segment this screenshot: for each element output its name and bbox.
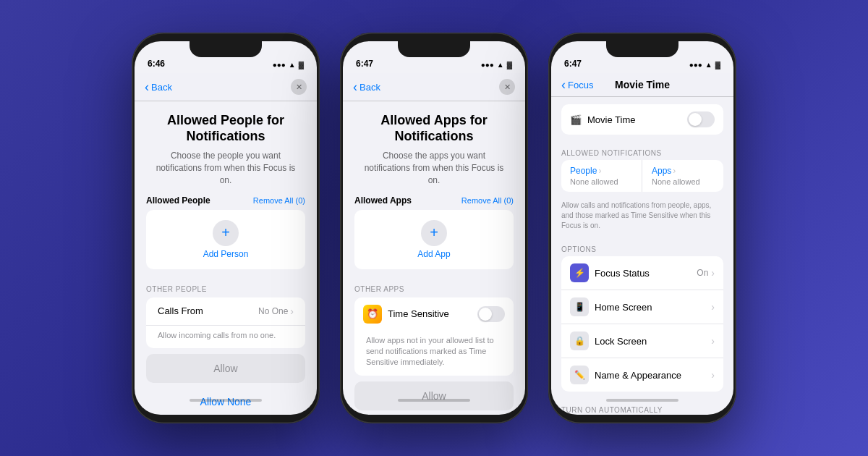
focus-status-label: Focus Status xyxy=(595,268,650,279)
movie-time-left: 🎬 Movie Time xyxy=(570,114,635,125)
status-icons-2: ●●● ▲ ▓ xyxy=(481,61,512,69)
signal-icon: ●●● xyxy=(273,61,286,69)
allow-button-2[interactable]: Allow xyxy=(354,381,514,410)
notch-3 xyxy=(606,41,678,57)
phones-container: 6:46 ●●● ▲ ▓ Back ✕ Allowed People for N… xyxy=(132,33,736,423)
name-appearance-icon: ✏️ xyxy=(570,366,589,384)
calls-from-label: Calls From xyxy=(158,305,203,316)
allowed-notif-desc: Allow calls and notifications from peopl… xyxy=(551,198,733,237)
focus-status-icon: ⚡ xyxy=(570,263,589,282)
home-screen-right: › xyxy=(711,301,715,313)
settings-title: Movie Time xyxy=(615,79,670,90)
calls-from-card: Calls From No One › Allow incoming calls… xyxy=(146,297,305,348)
chevron-home: › xyxy=(711,301,715,313)
home-indicator-2 xyxy=(398,399,470,402)
focus-status-right: On › xyxy=(697,267,715,279)
chevron-lock: › xyxy=(711,335,715,347)
add-app-label: Add App xyxy=(417,249,450,259)
time-sensitive-row: ⏰ Time Sensitive xyxy=(354,297,514,331)
movie-time-toggle[interactable] xyxy=(687,111,715,127)
content-2: Allowed Apps for Notifications Choose th… xyxy=(343,101,525,415)
calls-from-row[interactable]: Calls From No One › xyxy=(146,297,305,326)
name-appearance-label: Name & Appearance xyxy=(595,370,681,381)
home-indicator-1 xyxy=(190,399,262,402)
remove-all-btn-2[interactable]: Remove All (0) xyxy=(461,196,514,205)
settings-title-bar: Focus Movie Time xyxy=(551,73,733,97)
allowed-apps-label: Allowed Apps xyxy=(354,195,412,206)
time-sensitive-toggle[interactable] xyxy=(477,306,505,322)
lock-screen-right: › xyxy=(711,335,715,347)
allowed-notif-group: People › None allowed Apps › None allowe… xyxy=(561,160,723,192)
lock-screen-item[interactable]: 🔒 Lock Screen › xyxy=(561,324,723,358)
chevron-people: › xyxy=(598,166,601,176)
time-1: 6:46 xyxy=(148,59,165,69)
name-appearance-right: › xyxy=(711,369,715,381)
add-app-card[interactable]: + Add App xyxy=(354,210,514,269)
add-app-icon: + xyxy=(421,220,447,246)
people-col-value: None allowed xyxy=(570,177,633,186)
lock-screen-label: Lock Screen xyxy=(595,336,647,347)
home-indicator-3 xyxy=(606,399,678,402)
wifi-icon-3: ▲ xyxy=(705,61,712,69)
movie-time-row: 🎬 Movie Time xyxy=(561,104,723,135)
allowed-notif-row: People › None allowed Apps › None allowe… xyxy=(561,160,723,192)
battery-icon-3: ▓ xyxy=(715,61,720,69)
back-button-2[interactable]: Back xyxy=(353,80,380,93)
add-person-card[interactable]: + Add Person xyxy=(146,210,305,269)
apps-col[interactable]: Apps › None allowed xyxy=(643,160,723,192)
content-1: Allowed People for Notifications Choose … xyxy=(135,101,317,415)
signal-icon-3: ●●● xyxy=(689,61,702,69)
people-col-title: People › xyxy=(570,166,633,176)
calls-from-value: No One › xyxy=(258,305,294,317)
screen-subtitle-1: Choose the people you want notifications… xyxy=(135,150,317,195)
lock-screen-icon: 🔒 xyxy=(570,332,589,350)
signal-icon-2: ●●● xyxy=(481,61,494,69)
movie-time-icon: 🎬 xyxy=(570,114,582,125)
home-screen-icon: 📱 xyxy=(570,297,589,316)
phone-3: 6:47 ●●● ▲ ▓ Focus Movie Time 🎬 Movie xyxy=(548,33,736,423)
battery-icon-2: ▓ xyxy=(507,61,512,69)
focus-status-item[interactable]: ⚡ Focus Status On › xyxy=(561,256,723,290)
allowed-notif-section-label: ALLOWED NOTIFICATIONS xyxy=(551,140,733,160)
movie-time-group: 🎬 Movie Time xyxy=(561,104,723,135)
close-button-1[interactable]: ✕ xyxy=(291,79,307,95)
nav-bar-2: Back ✕ xyxy=(343,73,525,101)
people-col[interactable]: People › None allowed xyxy=(561,160,642,192)
battery-icon: ▓ xyxy=(299,61,304,69)
allow-button-1[interactable]: Allow xyxy=(146,354,305,383)
back-button-3[interactable]: Focus xyxy=(561,78,593,91)
chevron-name: › xyxy=(711,369,715,381)
time-2: 6:47 xyxy=(356,59,373,69)
notch-2 xyxy=(398,41,470,57)
name-appearance-left: ✏️ Name & Appearance xyxy=(570,366,681,384)
wifi-icon: ▲ xyxy=(289,61,296,69)
add-person-icon: + xyxy=(213,220,239,246)
name-appearance-item[interactable]: ✏️ Name & Appearance › xyxy=(561,358,723,392)
screen-title-2: Allowed Apps for Notifications xyxy=(343,101,525,150)
content-3: 🎬 Movie Time ALLOWED NOTIFICATIONS Peopl… xyxy=(551,97,733,415)
status-icons-1: ●●● ▲ ▓ xyxy=(273,61,304,69)
time-3: 6:47 xyxy=(564,59,582,69)
status-icons-3: ●●● ▲ ▓ xyxy=(689,61,720,69)
allowed-apps-header: Allowed Apps Remove All (0) xyxy=(343,195,525,210)
time-sensitive-desc: Allow apps not in your allowed list to s… xyxy=(354,331,514,376)
apps-col-value: None allowed xyxy=(652,177,715,186)
home-screen-label: Home Screen xyxy=(595,302,652,313)
chevron-icon: › xyxy=(290,305,294,317)
phone-1: 6:46 ●●● ▲ ▓ Back ✕ Allowed People for N… xyxy=(132,33,320,423)
movie-time-label: Movie Time xyxy=(587,114,635,125)
time-sensitive-label: Time Sensitive xyxy=(388,308,449,319)
home-screen-item[interactable]: 📱 Home Screen › xyxy=(561,290,723,324)
options-group: ⚡ Focus Status On › 📱 xyxy=(561,256,723,392)
close-button-2[interactable]: ✕ xyxy=(499,79,515,95)
back-button-1[interactable]: Back xyxy=(145,80,172,93)
wifi-icon-2: ▲ xyxy=(497,61,504,69)
nav-bar-1: Back ✕ xyxy=(135,73,317,101)
calls-from-desc: Allow incoming calls from no one. xyxy=(146,326,305,348)
screen-title-1: Allowed People for Notifications xyxy=(135,101,317,150)
options-section-label: OPTIONS xyxy=(551,237,733,256)
screen-subtitle-2: Choose the apps you want notifications f… xyxy=(343,150,525,195)
remove-all-btn[interactable]: Remove All (0) xyxy=(253,196,305,205)
screen-1: 6:46 ●●● ▲ ▓ Back ✕ Allowed People for N… xyxy=(135,41,317,415)
allowed-people-header: Allowed People Remove All (0) xyxy=(135,195,317,210)
